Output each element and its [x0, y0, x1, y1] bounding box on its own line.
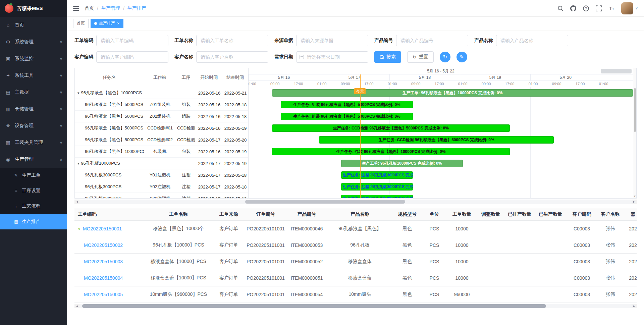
- gantt-task-bar[interactable]: 生产任务: 包装 96孔移液盒【黑色】10000PCS 完成比例: 0%: [272, 148, 510, 155]
- customer-code-label: 客户编码: [74, 54, 93, 60]
- gantt-day-label: 5月 20: [530, 74, 601, 80]
- sidebar-item-scheduling[interactable]: ▦生产排产: [0, 214, 67, 229]
- avatar[interactable]: [621, 2, 633, 14]
- sidebar-item-equipment[interactable]: ❖设备管理∨: [0, 117, 67, 134]
- sidebar-toggle-icon[interactable]: [73, 6, 79, 11]
- gantt-vscroll-down-arrow[interactable]: ▼: [633, 195, 636, 198]
- filter-field-need-date: 需求日期: [274, 51, 368, 63]
- gantt-task-bar[interactable]: 生产任务: 组装 96孔移液盒【黑色】5000PCS 完成比例: 0%: [281, 101, 413, 108]
- sidebar-item-home[interactable]: ⌂首页: [0, 17, 67, 34]
- gantt-task-bar[interactable]: 生产任务: 注塑 96孔孔板3000PCS 完成比例: 0%: [341, 171, 413, 179]
- work-order-link[interactable]: MO202205150004: [84, 275, 123, 281]
- orders-table-row[interactable]: MO202205150003移液盒盒体【10000】PCS客户订单PO20220…: [74, 254, 637, 270]
- work-order-code-input[interactable]: [96, 35, 168, 46]
- gantt-task-row[interactable]: 96孔孔板3000PCSY01注塑机注塑2022-05-172022-05-18: [75, 169, 248, 181]
- gantt-task-name: 96孔移液盒【黑色】10000PCS: [85, 149, 144, 155]
- filter-field-work-order-code: 工单编码: [74, 35, 168, 46]
- breadcrumb-separator: /: [123, 6, 124, 11]
- font-size-icon[interactable]: TT: [608, 5, 614, 11]
- work-order-name-input[interactable]: [196, 35, 268, 46]
- orders-cell-product-code: ITEM00000053: [286, 242, 328, 248]
- table-hscroll-thumb[interactable]: [82, 304, 546, 308]
- sidebar-item-process-flow[interactable]: ⋮工艺流程: [0, 199, 67, 214]
- gantt-start-cell: 2022-05-16: [196, 149, 222, 154]
- table-hscroll-left-arrow[interactable]: ◀: [74, 304, 79, 308]
- breadcrumb-item[interactable]: 生产管理: [101, 5, 120, 11]
- customer-name-input[interactable]: [196, 51, 268, 63]
- breadcrumb-item[interactable]: 首页: [85, 5, 94, 11]
- gantt-task-bar[interactable]: 生产任务: 注塑 96孔孔板3000PCS 完成比例: 0%: [341, 183, 413, 191]
- gantt-vscroll-thumb[interactable]: [634, 88, 636, 132]
- user-menu[interactable]: ∨: [621, 2, 638, 14]
- sidebar-item-label: 生产排产: [22, 219, 41, 225]
- gantt-hscroll-thumb[interactable]: [245, 200, 405, 204]
- gantt-task-bar[interactable]: 生产任务: 注塑 96孔孔板3000PCS 完成比例: 0%: [341, 195, 413, 198]
- gantt-task-row[interactable]: 96孔移液盒【黑色】5000PCSZ02组装机组装2022-05-162022-…: [75, 111, 248, 122]
- sidebar-item-process-settings[interactable]: ≡工序设置: [0, 183, 67, 199]
- work-order-link[interactable]: MO202205150005: [84, 292, 123, 297]
- customer-code-input[interactable]: [96, 51, 168, 63]
- product-name-input[interactable]: [496, 35, 568, 46]
- gantt-task-row[interactable]: 96孔移液盒【黑色】10000PCS包装机包装2022-05-162022-05…: [75, 146, 248, 158]
- search-button[interactable]: 搜索: [374, 51, 401, 63]
- gantt-vertical-scrollbar[interactable]: ▼: [633, 68, 636, 198]
- gantt-task-bar[interactable]: 生产任务: 组装 96孔移液盒【黑色】5000PCS 完成比例: 0%: [281, 113, 413, 120]
- work-order-link[interactable]: MO202205150003: [84, 259, 123, 264]
- search-icon[interactable]: [557, 5, 564, 11]
- caret-down-icon[interactable]: ▾: [77, 91, 79, 95]
- sidebar-item-warehouse[interactable]: ▥仓储管理∨: [0, 101, 67, 117]
- github-icon[interactable]: [570, 5, 576, 11]
- gantt-task-row[interactable]: 96孔孔板3000PCSY03注塑机注塑2022-05-172022-05-18: [75, 193, 248, 198]
- production-icon: ◉: [5, 157, 11, 162]
- gantt-hscroll-left-arrow[interactable]: ◀: [74, 200, 79, 204]
- gantt-station-cell: Y01注塑机: [144, 172, 176, 178]
- gantt-task-name-cell: ▾96孔移液盒【黑色】10000PCS: [75, 90, 144, 96]
- caret-down-icon[interactable]: ▾: [77, 161, 79, 166]
- sidebar-item-master-data[interactable]: ▤主数据∨: [0, 84, 67, 101]
- product-code-input[interactable]: [396, 35, 468, 46]
- tab-close-icon[interactable]: ×: [117, 21, 120, 25]
- gantt-end-cell: 2022-05-19: [222, 149, 248, 154]
- gantt-order-bar[interactable]: 生产工单: 96孔孔板10000PCS 完成比例: 0%: [341, 160, 463, 167]
- sidebar-item-system-monitor[interactable]: ▣系统监控∨: [0, 50, 67, 67]
- gantt-task-bar[interactable]: 生产任务: CCD检测 96孔移液盒【黑色】5000PCS 完成比例: 0%: [319, 136, 554, 144]
- orders-cell-qty: 10000: [446, 226, 477, 231]
- gantt-task-row[interactable]: 96孔移液盒【黑色】5000PCSCCD检测#01CCD检测2022-05-16…: [75, 122, 248, 134]
- table-hscroll-right-arrow[interactable]: ▶: [632, 304, 637, 308]
- orders-table-row[interactable]: MO20220515000510mm吸头【960000】PCS客户订单PO202…: [74, 286, 637, 303]
- table-hscroll-track[interactable]: [79, 304, 632, 308]
- gantt-task-row[interactable]: 96孔移液盒【黑色】5000PCSCCD检测#02CCD检测2022-05-17…: [75, 134, 248, 146]
- fullscreen-icon[interactable]: [596, 5, 602, 11]
- sidebar-item-work-order[interactable]: ✎生产工单: [0, 168, 67, 183]
- gantt-task-row[interactable]: ▾96孔孔板10000PCS2022-05-172022-05-19: [75, 158, 248, 169]
- table-horizontal-scrollbar[interactable]: ◀ ▶: [74, 304, 637, 308]
- edit-circle-button[interactable]: ✎: [457, 52, 467, 62]
- orders-cell-source: 客户订单: [212, 242, 246, 248]
- gantt-task-row[interactable]: 96孔移液盒【黑色】5000PCSZ01组装机组装2022-05-162022-…: [75, 99, 248, 111]
- gantt-horizontal-scrollbar[interactable]: ◀ ▶: [74, 200, 637, 204]
- expand-caret-icon[interactable]: ∨: [78, 227, 80, 231]
- orders-table-row[interactable]: MO202205150004移液盒盒盖【10000】PCS客户订单PO20220…: [74, 270, 637, 286]
- orders-cell-name: 96孔孔板【10000】PCS: [145, 242, 212, 248]
- refresh-circle-button[interactable]: ↻: [440, 52, 450, 62]
- tab-首页[interactable]: 首页: [73, 19, 89, 28]
- work-order-link[interactable]: MO202205150002: [84, 242, 123, 248]
- need-date-input[interactable]: [296, 51, 368, 63]
- gantt-hscroll-right-arrow[interactable]: ▶: [632, 200, 637, 204]
- tab-生产排产[interactable]: 生产排产×: [91, 19, 123, 28]
- gantt-order-bar[interactable]: 生产工单: 96孔移液盒【黑色】10000PCS 完成比例: 0%: [272, 89, 633, 97]
- sidebar-item-system-tools[interactable]: ✦系统工具∨: [0, 67, 67, 84]
- work-order-link[interactable]: MO202205150001: [83, 226, 122, 231]
- sidebar-item-fixture[interactable]: ▩工装夹具管理∨: [0, 134, 67, 151]
- sidebar-item-system-admin[interactable]: ⚙系统管理∨: [0, 34, 67, 50]
- gantt-task-row[interactable]: ▾96孔移液盒【黑色】10000PCS2022-05-162022-05-21: [75, 87, 248, 99]
- orders-table-row[interactable]: ∨MO202205150001移液盒【黑色】10000个客户订单PO202205…: [74, 221, 637, 237]
- orders-table-row[interactable]: MO20220515000296孔孔板【10000】PCS客户订单PO20220…: [74, 237, 637, 254]
- help-icon[interactable]: ?: [583, 5, 589, 11]
- gantt-task-bar[interactable]: 生产任务: CCD检测 96孔移液盒【黑色】5000PCS 完成比例: 0%: [272, 124, 510, 132]
- gantt-task-row[interactable]: 96孔孔板3000PCSY02注塑机注塑2022-05-172022-05-18: [75, 181, 248, 193]
- gantt-hscroll-track[interactable]: [79, 200, 632, 204]
- reset-button[interactable]: ↻重置: [407, 51, 434, 63]
- source-document-input[interactable]: [296, 35, 368, 46]
- sidebar-item-production[interactable]: ◉生产管理∧: [0, 151, 67, 168]
